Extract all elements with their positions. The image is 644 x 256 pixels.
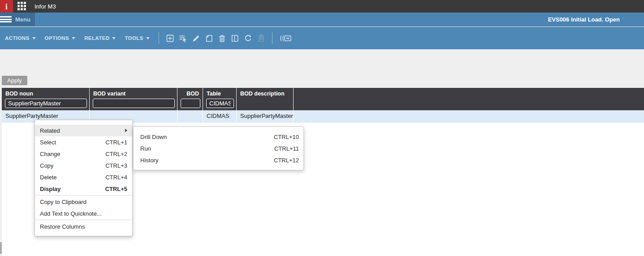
column-label: Table: [203, 90, 236, 98]
tools-menu[interactable]: TOOLS: [120, 32, 154, 44]
menu-item-label: Restore Columns: [40, 223, 85, 230]
menu-item-shortcut: CTRL+5: [105, 186, 127, 192]
cell-bod[interactable]: [177, 110, 203, 122]
multi-select-icon[interactable]: [177, 32, 190, 44]
edit-pencil-icon[interactable]: [190, 32, 203, 44]
column-label: BOD variant: [90, 90, 177, 98]
context-menu-item-change[interactable]: Change CTRL+2: [35, 148, 132, 160]
context-menu: Related Select CTRL+1 Change CTRL+2 Copy…: [35, 120, 133, 236]
context-menu-item-related[interactable]: Related: [35, 125, 132, 136]
column-header-bod-variant[interactable]: BOD variant: [90, 88, 177, 110]
caret-down-icon: [112, 37, 116, 39]
menu-item-shortcut: CTRL+2: [105, 151, 127, 157]
actions-menu-label: ACTIONS: [5, 35, 30, 41]
filter-input-table[interactable]: [206, 99, 234, 108]
screen-title: EVS006 Initial Load. Open: [548, 16, 644, 23]
context-menu-item-display[interactable]: Display CTRL+5: [35, 183, 132, 195]
delete-trash-icon[interactable]: [216, 32, 229, 44]
related-menu[interactable]: RELATED: [80, 32, 120, 44]
context-menu-item-copy[interactable]: Copy CTRL+3: [35, 160, 132, 171]
menu-item-label: Select: [40, 139, 56, 146]
column-header-bod-noun[interactable]: BOD noun: [2, 88, 90, 110]
related-menu-label: RELATED: [84, 35, 109, 41]
menu-item-label: Drill Down: [140, 134, 167, 140]
related-submenu: Drill Down CTRL+10 Run CTRL+11 History C…: [133, 126, 304, 170]
column-header-bod[interactable]: BOD: [177, 88, 203, 110]
column-header-empty: [294, 88, 644, 110]
column-header-bod-description[interactable]: BOD description: [237, 88, 294, 110]
menu-item-label: Related: [40, 127, 60, 134]
menu-button-label: Menu: [15, 16, 30, 23]
column-label: BOD: [177, 90, 203, 98]
duplicate-icon[interactable]: [229, 32, 242, 44]
tools-menu-label: TOOLS: [125, 35, 143, 41]
refresh-icon[interactable]: [242, 32, 255, 44]
menu-button[interactable]: Menu: [0, 13, 35, 26]
menu-bar: Menu EVS006 Initial Load. Open: [0, 13, 644, 26]
column-label: BOD noun: [2, 90, 89, 98]
context-menu-item-add-text-to-quicknote[interactable]: Add Text to Quicknote...: [35, 208, 132, 219]
caret-down-icon: [146, 37, 150, 39]
filter-input-bod-noun[interactable]: [5, 99, 87, 108]
menu-item-shortcut: CTRL+11: [274, 145, 299, 152]
submenu-arrow-icon: [125, 129, 127, 132]
submenu-item-history[interactable]: History CTRL+12: [134, 154, 303, 166]
submenu-item-drill-down[interactable]: Drill Down CTRL+10: [134, 131, 303, 143]
toolbar: ACTIONS OPTIONS RELATED TOOLS: [0, 27, 644, 49]
context-menu-item-restore-columns[interactable]: Restore Columns: [35, 221, 132, 232]
cell-bod-description[interactable]: SupplierPartyMaster: [237, 110, 294, 122]
hamburger-icon: [0, 16, 12, 22]
context-menu-item-select[interactable]: Select CTRL+1: [35, 136, 132, 148]
menu-item-shortcut: CTRL+10: [274, 134, 299, 140]
menu-item-shortcut: CTRL+4: [105, 174, 127, 181]
notes-icon: [255, 32, 268, 44]
menu-item-shortcut: CTRL+3: [105, 162, 127, 169]
context-menu-item-copy-to-clipboard[interactable]: Copy to Clipboard: [35, 196, 132, 208]
app-title: Infor M3: [35, 3, 56, 10]
toolbar-separator: [272, 32, 272, 44]
menu-separator: [35, 220, 132, 220]
menu-item-label: Change: [40, 151, 61, 157]
menu-item-shortcut: CTRL+1: [105, 139, 127, 146]
menu-item-label: Copy to Clipboard: [40, 199, 86, 205]
column-label: BOD description: [237, 90, 293, 98]
infor-logo-letter: i: [5, 2, 8, 11]
menu-item-label: Display: [40, 186, 61, 192]
options-menu[interactable]: OPTIONS: [40, 32, 80, 44]
filter-input-bod-variant[interactable]: [93, 99, 175, 108]
cell-empty[interactable]: [294, 110, 644, 122]
menu-item-label: Run: [140, 145, 151, 152]
options-menu-label: OPTIONS: [45, 35, 69, 41]
top-bar: i Infor M3: [0, 0, 644, 13]
cell-table[interactable]: CIDMAS: [203, 110, 237, 122]
caret-down-icon: [32, 37, 36, 39]
actions-menu[interactable]: ACTIONS: [0, 32, 40, 44]
menu-item-label: Copy: [40, 162, 53, 169]
copy-record-icon[interactable]: [203, 32, 216, 44]
submenu-item-run[interactable]: Run CTRL+11: [134, 143, 303, 154]
toolbar-separator: [159, 32, 159, 44]
app-grid-icon[interactable]: [17, 2, 27, 11]
detail-panel-icon[interactable]: [277, 32, 295, 44]
caret-down-icon: [72, 37, 75, 39]
menu-item-shortcut: CTRL+12: [274, 157, 299, 164]
infor-logo: i: [0, 0, 13, 13]
filter-input-bod[interactable]: [181, 99, 200, 108]
menu-item-label: Add Text to Quicknote...: [40, 210, 102, 217]
apply-button[interactable]: Apply: [2, 76, 27, 85]
context-menu-item-delete[interactable]: Delete CTRL+4: [35, 171, 132, 183]
menu-item-label: History: [140, 157, 158, 164]
column-header-table[interactable]: Table: [203, 88, 237, 110]
grid-header: BOD noun BOD variant BOD Table BOD descr…: [2, 88, 644, 110]
add-icon[interactable]: [164, 32, 177, 44]
menu-item-label: Delete: [40, 174, 57, 181]
menu-separator: [35, 195, 132, 195]
